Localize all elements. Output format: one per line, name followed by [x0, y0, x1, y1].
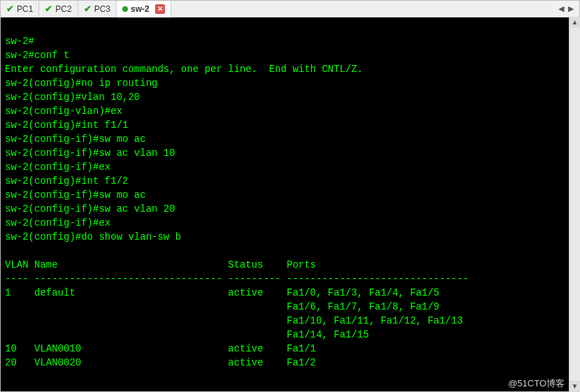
scroll-up-icon[interactable]: ▲ — [570, 17, 580, 28]
tab-label: sw-2 — [131, 4, 150, 14]
scrollbar[interactable]: ▲ ▼ — [569, 17, 580, 392]
tab-label: PC2 — [55, 4, 71, 14]
watermark: @51CTO博客 — [508, 377, 565, 390]
check-icon: ✔ — [45, 3, 52, 14]
tab-pc1[interactable]: ✔ PC1 — [1, 1, 39, 17]
check-icon: ✔ — [84, 3, 92, 14]
tab-pc3[interactable]: ✔ PC3 — [78, 1, 117, 17]
terminal-text: sw-2# sw-2#conf t Enter configuration co… — [5, 34, 575, 370]
scroll-down-icon[interactable]: ▼ — [570, 381, 580, 392]
tab-label: PC1 — [17, 4, 33, 14]
check-icon: ✔ — [6, 3, 14, 14]
tab-nav: ◀ ▶ — [553, 4, 579, 13]
tab-bar: ✔ PC1 ✔ PC2 ✔ PC3 sw-2 ✕ ◀ ▶ — [1, 1, 579, 17]
tab-sw-2[interactable]: sw-2 ✕ — [117, 1, 171, 17]
close-tab-button[interactable]: ✕ — [155, 4, 165, 14]
prev-tab-button[interactable]: ◀ — [558, 4, 564, 13]
terminal-output[interactable]: sw-2# sw-2#conf t Enter configuration co… — [1, 17, 579, 391]
tab-pc2[interactable]: ✔ PC2 — [39, 1, 78, 17]
tab-label: PC3 — [94, 4, 110, 14]
next-tab-button[interactable]: ▶ — [568, 4, 574, 13]
status-dot-icon — [122, 6, 128, 12]
